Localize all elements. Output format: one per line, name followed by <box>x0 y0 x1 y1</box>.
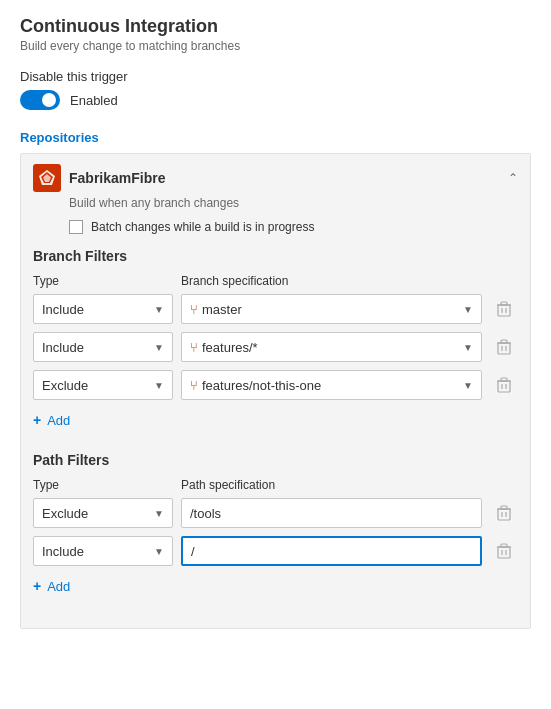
batch-changes-label: Batch changes while a build is in progre… <box>91 220 314 234</box>
branch-delete-btn-1[interactable] <box>490 295 518 323</box>
path-type-col-header: Type <box>33 478 173 492</box>
page-title: Continuous Integration <box>20 16 531 37</box>
branch-type-arrow-2: ▼ <box>154 342 164 353</box>
svg-rect-12 <box>501 340 507 343</box>
path-filters-title: Path Filters <box>33 452 518 468</box>
branch-filters-title: Branch Filters <box>33 248 518 264</box>
repo-name: FabrikamFibre <box>69 170 500 186</box>
trash-icon-1 <box>497 301 511 317</box>
branch-delete-btn-2[interactable] <box>490 333 518 361</box>
path-type-value-2: Include <box>42 544 84 559</box>
toggle-knob <box>42 93 56 107</box>
branch-add-label: Add <box>47 413 70 428</box>
branch-spec-arrow-1: ▼ <box>463 304 473 315</box>
path-type-dropdown-1[interactable]: Exclude ▼ <box>33 498 173 528</box>
trash-icon-3 <box>497 377 511 393</box>
path-spec-col-header: Path specification <box>181 478 518 492</box>
branch-spec-value-3: features/not-this-one <box>202 378 463 393</box>
trash-icon-4 <box>497 505 511 521</box>
repositories-section-title: Repositories <box>20 130 531 145</box>
branch-spec-col-header: Branch specification <box>181 274 518 288</box>
branch-spec-arrow-3: ▼ <box>463 380 473 391</box>
branch-type-dropdown-2[interactable]: Include ▼ <box>33 332 173 362</box>
branch-type-col-header: Type <box>33 274 173 288</box>
add-icon: + <box>33 412 41 428</box>
path-delete-btn-2[interactable] <box>490 537 518 565</box>
branch-spec-arrow-2: ▼ <box>463 342 473 353</box>
toggle-state-label: Enabled <box>70 93 118 108</box>
branch-type-value-1: Include <box>42 302 84 317</box>
branch-spec-icon-2: ⑂ <box>190 340 198 355</box>
path-type-dropdown-2[interactable]: Include ▼ <box>33 536 173 566</box>
svg-rect-8 <box>498 343 510 354</box>
branch-spec-icon-3: ⑂ <box>190 378 198 393</box>
path-filter-row-active: Include ▼ <box>33 536 518 566</box>
branch-type-value-2: Include <box>42 340 84 355</box>
branch-filter-row: Exclude ▼ ⑂ features/not-this-one ▼ <box>33 370 518 400</box>
branch-type-value-3: Exclude <box>42 378 88 393</box>
branch-delete-btn-3[interactable] <box>490 371 518 399</box>
branch-type-dropdown-3[interactable]: Exclude ▼ <box>33 370 173 400</box>
disable-trigger-label: Disable this trigger <box>20 69 531 84</box>
trash-icon-2 <box>497 339 511 355</box>
page-subtitle: Build every change to matching branches <box>20 39 531 53</box>
branch-add-button[interactable]: + Add <box>33 408 518 432</box>
path-spec-input-2[interactable] <box>181 536 482 566</box>
branch-type-arrow-1: ▼ <box>154 304 164 315</box>
branch-spec-value-2: features/* <box>202 340 463 355</box>
branch-spec-dropdown-3[interactable]: ⑂ features/not-this-one ▼ <box>181 370 482 400</box>
path-add-button[interactable]: + Add <box>33 574 518 598</box>
path-add-icon: + <box>33 578 41 594</box>
path-type-arrow-1: ▼ <box>154 508 164 519</box>
svg-rect-13 <box>498 381 510 392</box>
branch-type-dropdown-1[interactable]: Include ▼ <box>33 294 173 324</box>
path-type-arrow-2: ▼ <box>154 546 164 557</box>
svg-rect-22 <box>501 506 507 509</box>
svg-rect-27 <box>501 544 507 547</box>
repo-card: FabrikamFibre ⌃ Build when any branch ch… <box>20 153 531 629</box>
branch-spec-dropdown-2[interactable]: ⑂ features/* ▼ <box>181 332 482 362</box>
repo-collapse-chevron[interactable]: ⌃ <box>508 171 518 185</box>
batch-changes-checkbox[interactable] <box>69 220 83 234</box>
svg-rect-23 <box>498 547 510 558</box>
azure-devops-icon <box>38 169 56 187</box>
path-add-label: Add <box>47 579 70 594</box>
branch-spec-icon-1: ⑂ <box>190 302 198 317</box>
repo-description: Build when any branch changes <box>69 196 518 210</box>
path-spec-value-1: /tools <box>190 506 473 521</box>
svg-rect-17 <box>501 378 507 381</box>
repo-icon <box>33 164 61 192</box>
svg-rect-7 <box>501 302 507 305</box>
path-filter-row: Exclude ▼ /tools <box>33 498 518 528</box>
path-delete-btn-1[interactable] <box>490 499 518 527</box>
branch-spec-dropdown-1[interactable]: ⑂ master ▼ <box>181 294 482 324</box>
branch-spec-value-1: master <box>202 302 463 317</box>
branch-filter-row: Include ▼ ⑂ master ▼ <box>33 294 518 324</box>
enable-trigger-toggle[interactable] <box>20 90 60 110</box>
branch-filter-row: Include ▼ ⑂ features/* ▼ <box>33 332 518 362</box>
path-spec-dropdown-1[interactable]: /tools <box>181 498 482 528</box>
trash-icon-5 <box>497 543 511 559</box>
branch-type-arrow-3: ▼ <box>154 380 164 391</box>
svg-rect-3 <box>498 305 510 316</box>
svg-rect-18 <box>498 509 510 520</box>
path-type-value-1: Exclude <box>42 506 88 521</box>
